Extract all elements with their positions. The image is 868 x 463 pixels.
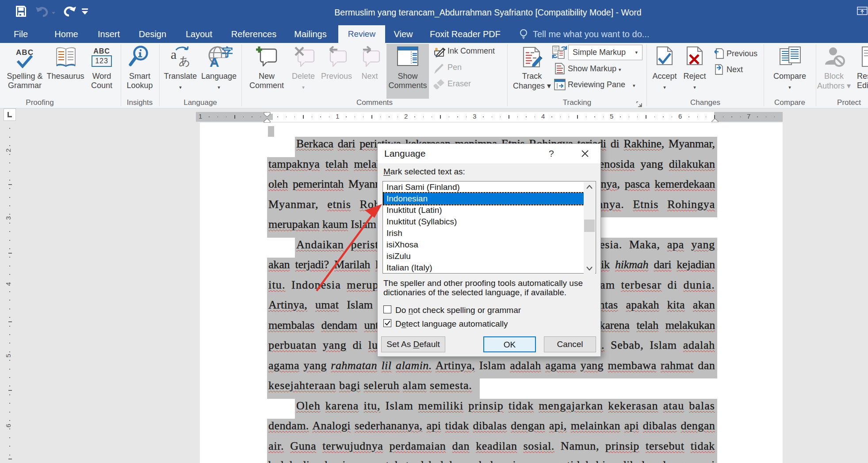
svg-text:字: 字 [222, 46, 233, 59]
svg-text:あ: あ [179, 54, 191, 68]
svg-text:a: a [171, 47, 176, 62]
svg-text:A: A [210, 55, 219, 69]
